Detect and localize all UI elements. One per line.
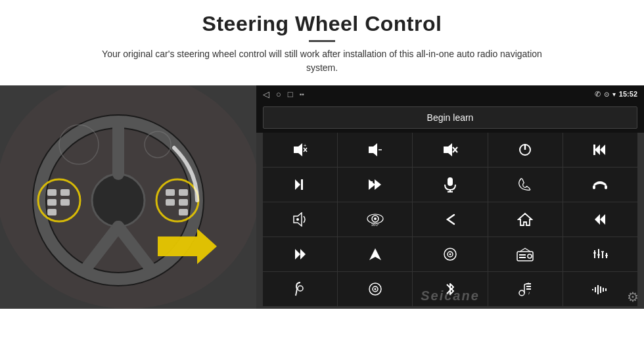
mute-button[interactable] bbox=[413, 133, 487, 167]
svg-point-50 bbox=[374, 217, 377, 220]
title-section: Steering Wheel Control Your original car… bbox=[85, 12, 559, 75]
svg-rect-18 bbox=[179, 199, 188, 206]
location-icon: ⊙ bbox=[604, 91, 609, 98]
svg-rect-36 bbox=[593, 145, 595, 155]
mic2-button[interactable] bbox=[263, 272, 337, 306]
svg-rect-65 bbox=[519, 257, 526, 258]
icon-grid: + bbox=[256, 133, 644, 309]
svg-rect-17 bbox=[166, 199, 175, 206]
svg-rect-10 bbox=[47, 189, 57, 196]
radio-button[interactable] bbox=[488, 237, 563, 271]
svg-rect-19 bbox=[179, 209, 188, 215]
svg-rect-14 bbox=[47, 209, 57, 215]
radio-ui: ◁ ○ □ ▪▪ ✆ ⊙ ▾ 15:52 Begin learn bbox=[256, 85, 644, 309]
svg-rect-11 bbox=[60, 189, 70, 196]
nav-back-icon[interactable]: ◁ bbox=[263, 89, 269, 99]
nav-buttons: ◁ ○ □ ▪▪ bbox=[263, 89, 304, 99]
svg-rect-80 bbox=[526, 288, 531, 290]
bluetooth-button[interactable] bbox=[413, 272, 487, 306]
skip-forward-button[interactable] bbox=[263, 237, 337, 271]
nav-home-icon[interactable]: ○ bbox=[276, 89, 281, 99]
svg-rect-46 bbox=[605, 185, 607, 189]
steering-wheel-photo bbox=[0, 85, 256, 309]
hang-up-button[interactable] bbox=[563, 168, 637, 202]
svg-rect-42 bbox=[448, 177, 453, 186]
title-divider bbox=[309, 40, 335, 42]
status-right: ✆ ⊙ ▾ 15:52 bbox=[595, 90, 637, 99]
content-row: ◁ ○ □ ▪▪ ✆ ⊙ ▾ 15:52 Begin learn bbox=[0, 85, 644, 309]
wave-button[interactable] bbox=[563, 272, 637, 306]
clock: 15:52 bbox=[619, 90, 637, 98]
svg-rect-16 bbox=[179, 189, 188, 196]
status-bar: ◁ ○ □ ▪▪ ✆ ⊙ ▾ 15:52 bbox=[256, 85, 644, 102]
page-title: Steering Wheel Control bbox=[85, 12, 559, 36]
svg-rect-64 bbox=[519, 254, 526, 256]
begin-learn-row: Begin learn bbox=[256, 102, 644, 133]
svg-marker-37 bbox=[295, 179, 300, 190]
svg-point-4 bbox=[92, 174, 145, 227]
svg-marker-57 bbox=[300, 249, 306, 259]
svg-marker-55 bbox=[600, 214, 605, 225]
prev-track-button[interactable] bbox=[563, 133, 637, 167]
svg-text:♪: ♪ bbox=[528, 290, 530, 295]
page-subtitle: Your original car's steering wheel contr… bbox=[85, 47, 559, 75]
svg-marker-29 bbox=[444, 143, 452, 156]
svg-marker-39 bbox=[369, 179, 375, 190]
vol-down-button[interactable] bbox=[338, 133, 412, 167]
next-button[interactable] bbox=[263, 168, 337, 202]
svg-marker-23 bbox=[294, 143, 302, 156]
mic-button[interactable] bbox=[413, 168, 487, 202]
phone-button[interactable] bbox=[488, 168, 563, 202]
eject-button[interactable] bbox=[413, 237, 487, 271]
svg-rect-45 bbox=[593, 185, 595, 189]
svg-point-77 bbox=[374, 288, 376, 290]
navigation-button[interactable] bbox=[338, 237, 412, 271]
vol-up-button[interactable]: + bbox=[263, 133, 337, 167]
signal-icon: ▪▪ bbox=[300, 91, 304, 98]
svg-marker-54 bbox=[595, 214, 600, 225]
phone-icon: ✆ bbox=[595, 90, 601, 99]
power-button[interactable] bbox=[488, 133, 563, 167]
svg-rect-15 bbox=[166, 189, 175, 196]
svg-rect-62 bbox=[517, 252, 533, 261]
page-container: Steering Wheel Control Your original car… bbox=[0, 0, 644, 360]
svg-marker-35 bbox=[600, 145, 605, 155]
svg-marker-34 bbox=[595, 145, 600, 155]
360-button[interactable]: 360° bbox=[338, 202, 412, 236]
svg-text:360°: 360° bbox=[371, 223, 380, 227]
speaker-button[interactable] bbox=[263, 202, 337, 236]
svg-point-74 bbox=[298, 286, 303, 291]
svg-marker-53 bbox=[518, 214, 532, 225]
wifi-icon: ▾ bbox=[612, 91, 616, 98]
svg-rect-12 bbox=[47, 199, 57, 206]
svg-rect-79 bbox=[526, 286, 531, 287]
svg-point-48 bbox=[296, 218, 299, 221]
svg-point-61 bbox=[449, 254, 451, 256]
svg-point-63 bbox=[528, 254, 532, 258]
knob-button[interactable] bbox=[338, 272, 412, 306]
nav-recents-icon[interactable]: □ bbox=[288, 89, 293, 99]
svg-marker-56 bbox=[295, 249, 300, 259]
svg-point-81 bbox=[519, 290, 524, 296]
svg-rect-38 bbox=[301, 179, 303, 190]
rewind-button[interactable] bbox=[563, 202, 637, 236]
settings-gear-icon[interactable]: ⚙ bbox=[627, 289, 639, 305]
begin-learn-button[interactable]: Begin learn bbox=[263, 106, 637, 129]
back-button[interactable] bbox=[413, 202, 487, 236]
svg-text:+: + bbox=[303, 143, 306, 148]
home-button[interactable] bbox=[488, 202, 563, 236]
svg-marker-40 bbox=[375, 179, 381, 190]
eq-button[interactable] bbox=[563, 237, 637, 271]
svg-rect-13 bbox=[60, 199, 70, 206]
svg-marker-27 bbox=[369, 143, 377, 156]
fast-forward-button[interactable] bbox=[338, 168, 412, 202]
music-button[interactable]: ♪ bbox=[488, 272, 563, 306]
svg-marker-58 bbox=[369, 248, 381, 260]
